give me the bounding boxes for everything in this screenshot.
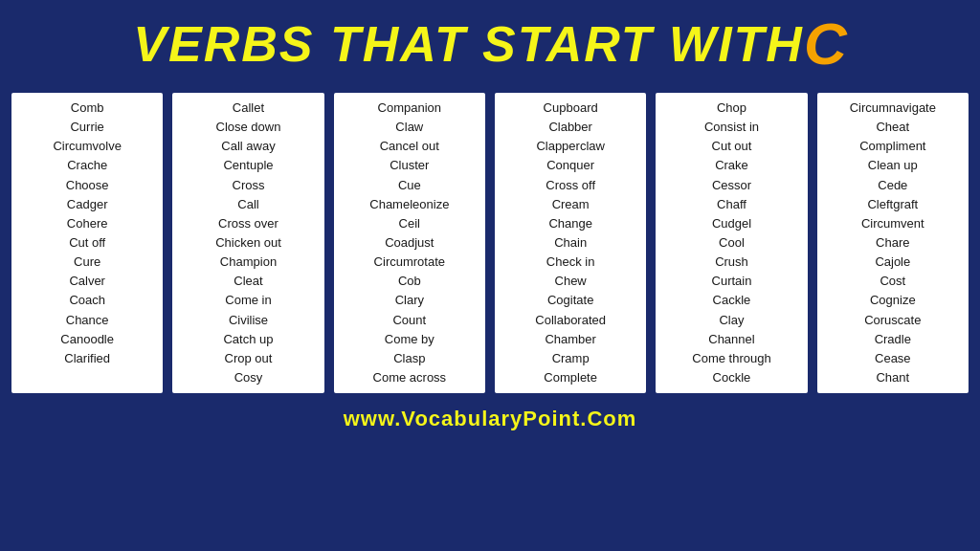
word-item: Clapperclaw bbox=[536, 137, 605, 156]
word-item: Circumnavigate bbox=[850, 99, 936, 118]
word-item: Cupboard bbox=[544, 99, 598, 118]
word-item: Cheat bbox=[876, 118, 909, 137]
word-item: Chance bbox=[66, 311, 109, 330]
column-4: CupboardClabberClapperclawConquerCross o… bbox=[493, 91, 648, 395]
word-item: Crake bbox=[715, 156, 748, 175]
word-item: Circumrotate bbox=[374, 253, 445, 272]
word-item: Choose bbox=[66, 176, 109, 195]
word-item: Chare bbox=[876, 233, 909, 253]
header-letter: C bbox=[804, 10, 847, 77]
word-item: Clarified bbox=[64, 349, 110, 368]
word-item: Canoodle bbox=[60, 330, 114, 349]
word-item: Cut off bbox=[69, 233, 105, 253]
word-item: Coadjust bbox=[385, 233, 434, 253]
word-item: Come across bbox=[373, 368, 447, 387]
word-item: Cogitate bbox=[547, 291, 593, 310]
word-item: Come in bbox=[225, 291, 271, 310]
word-item: Cosy bbox=[234, 368, 263, 387]
word-item: Cross over bbox=[218, 214, 278, 233]
word-item: Cue bbox=[398, 176, 421, 195]
word-item: Crache bbox=[67, 156, 107, 175]
word-item: Cleftgraft bbox=[867, 195, 918, 214]
word-item: Chicken out bbox=[215, 233, 281, 253]
word-item: Consist in bbox=[704, 118, 759, 137]
word-item: Cudgel bbox=[712, 214, 751, 233]
word-item: Cease bbox=[875, 349, 911, 368]
word-item: Clary bbox=[395, 291, 424, 310]
word-item: Comb bbox=[71, 99, 104, 118]
word-item: Centuple bbox=[223, 156, 273, 175]
header-title: VERBS THAT START WITH bbox=[133, 15, 804, 73]
header: VERBS THAT START WITH C bbox=[0, 0, 980, 85]
word-item: Complete bbox=[544, 368, 597, 387]
word-item: Coruscate bbox=[864, 311, 921, 330]
column-1: CombCurrieCircumvolveCracheChooseCadgerC… bbox=[10, 91, 165, 395]
word-item: Cancel out bbox=[380, 137, 439, 156]
word-item: Circumvent bbox=[861, 214, 924, 233]
word-item: Call away bbox=[221, 137, 275, 156]
word-item: Cross off bbox=[546, 176, 595, 195]
word-item: Cackle bbox=[713, 291, 751, 310]
word-item: Come through bbox=[692, 349, 770, 368]
word-item: Clasp bbox=[393, 349, 425, 368]
word-item: Catch up bbox=[223, 330, 273, 349]
word-item: Chamber bbox=[545, 330, 595, 349]
word-item: Cross bbox=[233, 176, 265, 195]
word-item: Call bbox=[237, 195, 258, 214]
word-item: Cleat bbox=[234, 272, 262, 291]
word-item: Cost bbox=[880, 272, 905, 291]
word-item: Currie bbox=[70, 118, 103, 137]
word-item: Chameleonize bbox=[369, 195, 449, 214]
word-item: Cure bbox=[74, 253, 100, 272]
column-5: ChopConsist inCut outCrakeCessorChaffCud… bbox=[654, 91, 809, 395]
word-item: Compliment bbox=[859, 137, 925, 156]
word-item: Chain bbox=[554, 233, 587, 253]
word-item: Cluster bbox=[390, 156, 429, 175]
word-item: Come by bbox=[385, 330, 434, 349]
word-item: Cessor bbox=[712, 176, 751, 195]
word-item: Cob bbox=[398, 272, 421, 291]
word-item: Champion bbox=[220, 253, 277, 272]
word-item: Collaborated bbox=[535, 311, 606, 330]
word-item: Conquer bbox=[546, 156, 594, 175]
word-item: Clabber bbox=[548, 118, 592, 137]
word-item: Crop out bbox=[225, 349, 273, 368]
word-item: Cut out bbox=[712, 137, 752, 156]
column-6: CircumnavigateCheatComplimentClean upCed… bbox=[815, 91, 970, 395]
word-item: Claw bbox=[395, 118, 423, 137]
word-item: Chaff bbox=[717, 195, 746, 214]
word-item: Civilise bbox=[229, 311, 268, 330]
word-item: Cockle bbox=[713, 368, 751, 387]
word-item: Cramp bbox=[552, 349, 590, 368]
columns-container: CombCurrieCircumvolveCracheChooseCadgerC… bbox=[0, 85, 980, 401]
footer-url: www.VocabularyPoint.Com bbox=[344, 407, 637, 430]
word-item: Circumvolve bbox=[53, 137, 122, 156]
word-item: Cradle bbox=[875, 330, 911, 349]
word-item: Chop bbox=[717, 99, 746, 118]
word-item: Count bbox=[392, 311, 426, 330]
word-item: Calver bbox=[69, 272, 105, 291]
word-item: Channel bbox=[708, 330, 754, 349]
footer: www.VocabularyPoint.Com bbox=[0, 401, 980, 437]
column-2: CalletClose downCall awayCentupleCrossCa… bbox=[170, 91, 325, 395]
column-3: CompanionClawCancel outClusterCueChamele… bbox=[332, 91, 487, 395]
word-item: Check in bbox=[546, 253, 595, 272]
word-item: Change bbox=[548, 214, 592, 233]
word-item: Chant bbox=[876, 368, 909, 387]
word-item: Cede bbox=[878, 176, 907, 195]
word-item: Cream bbox=[552, 195, 590, 214]
word-item: Clean up bbox=[868, 156, 918, 175]
word-item: Cohere bbox=[67, 214, 108, 233]
word-item: Crush bbox=[715, 253, 748, 272]
word-item: Cajole bbox=[875, 253, 910, 272]
word-item: Close down bbox=[216, 118, 281, 137]
word-item: Cognize bbox=[870, 291, 916, 310]
word-item: Clay bbox=[719, 311, 744, 330]
word-item: Coach bbox=[69, 291, 105, 310]
word-item: Callet bbox=[233, 99, 264, 118]
word-item: Cool bbox=[719, 233, 745, 253]
word-item: Companion bbox=[378, 99, 442, 118]
word-item: Cadger bbox=[67, 195, 108, 214]
word-item: Ceil bbox=[399, 214, 420, 233]
word-item: Chew bbox=[555, 272, 587, 291]
